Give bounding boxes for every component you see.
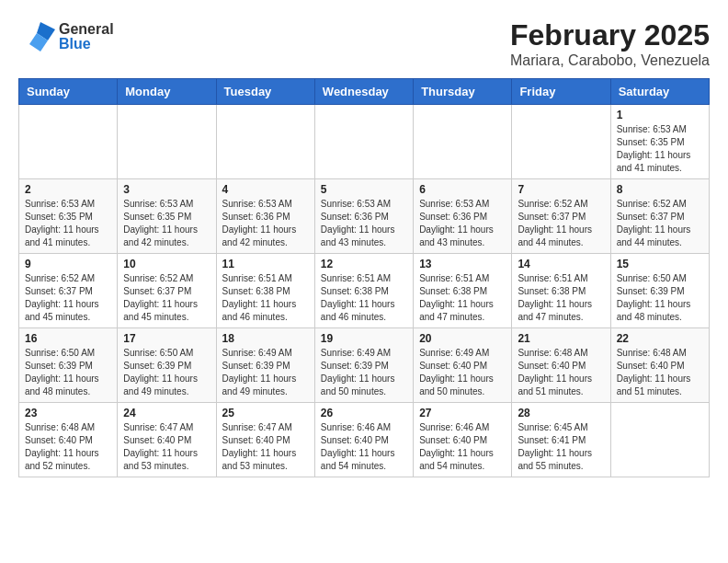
table-row: 1Sunrise: 6:53 AM Sunset: 6:35 PM Daylig… xyxy=(610,105,709,179)
day-info: Sunrise: 6:51 AM Sunset: 6:38 PM Dayligh… xyxy=(419,272,506,324)
day-number: 11 xyxy=(222,258,309,270)
table-row: 15Sunrise: 6:50 AM Sunset: 6:39 PM Dayli… xyxy=(610,254,709,328)
day-info: Sunrise: 6:50 AM Sunset: 6:39 PM Dayligh… xyxy=(617,272,703,324)
table-row: 25Sunrise: 6:47 AM Sunset: 6:40 PM Dayli… xyxy=(216,403,314,477)
table-row: 4Sunrise: 6:53 AM Sunset: 6:36 PM Daylig… xyxy=(216,179,314,254)
header-thursday: Thursday xyxy=(414,79,512,105)
day-info: Sunrise: 6:46 AM Sunset: 6:40 PM Dayligh… xyxy=(321,421,407,473)
table-row: 5Sunrise: 6:53 AM Sunset: 6:36 PM Daylig… xyxy=(314,179,413,254)
header-friday: Friday xyxy=(512,79,610,105)
day-info: Sunrise: 6:53 AM Sunset: 6:35 PM Dayligh… xyxy=(123,198,210,249)
table-row: 26Sunrise: 6:46 AM Sunset: 6:40 PM Dayli… xyxy=(314,403,413,477)
table-row xyxy=(216,105,314,179)
table-row: 11Sunrise: 6:51 AM Sunset: 6:38 PM Dayli… xyxy=(216,254,314,328)
header-monday: Monday xyxy=(118,79,216,105)
day-info: Sunrise: 6:52 AM Sunset: 6:37 PM Dayligh… xyxy=(25,272,111,324)
day-number: 10 xyxy=(123,258,210,270)
day-number: 6 xyxy=(419,183,506,196)
calendar-week-row: 16Sunrise: 6:50 AM Sunset: 6:39 PM Dayli… xyxy=(19,328,710,403)
table-row: 20Sunrise: 6:49 AM Sunset: 6:40 PM Dayli… xyxy=(414,328,512,403)
day-info: Sunrise: 6:51 AM Sunset: 6:38 PM Dayligh… xyxy=(518,272,604,324)
day-number: 13 xyxy=(419,258,506,270)
day-number: 26 xyxy=(321,407,407,419)
page-header: General Blue February 2025 Mariara, Cara… xyxy=(18,18,710,69)
logo-icon xyxy=(18,18,55,55)
day-info: Sunrise: 6:46 AM Sunset: 6:40 PM Dayligh… xyxy=(419,421,506,473)
table-row: 2Sunrise: 6:53 AM Sunset: 6:35 PM Daylig… xyxy=(19,179,118,254)
header-tuesday: Tuesday xyxy=(216,79,314,105)
logo-general: General xyxy=(59,22,114,37)
day-info: Sunrise: 6:49 AM Sunset: 6:40 PM Dayligh… xyxy=(419,347,506,398)
day-number: 1 xyxy=(617,109,703,121)
day-info: Sunrise: 6:50 AM Sunset: 6:39 PM Dayligh… xyxy=(25,347,111,398)
table-row: 14Sunrise: 6:51 AM Sunset: 6:38 PM Dayli… xyxy=(512,254,610,328)
day-number: 16 xyxy=(25,332,111,345)
day-number: 9 xyxy=(25,258,111,270)
calendar-week-row: 9Sunrise: 6:52 AM Sunset: 6:37 PM Daylig… xyxy=(19,254,710,328)
table-row: 10Sunrise: 6:52 AM Sunset: 6:37 PM Dayli… xyxy=(118,254,216,328)
day-number: 14 xyxy=(518,258,604,270)
day-number: 12 xyxy=(321,258,407,270)
day-number: 5 xyxy=(321,183,407,196)
table-row xyxy=(414,105,512,179)
header-saturday: Saturday xyxy=(610,79,709,105)
day-info: Sunrise: 6:48 AM Sunset: 6:40 PM Dayligh… xyxy=(25,421,111,473)
day-info: Sunrise: 6:53 AM Sunset: 6:36 PM Dayligh… xyxy=(321,198,407,249)
header-sunday: Sunday xyxy=(19,79,118,105)
day-info: Sunrise: 6:50 AM Sunset: 6:39 PM Dayligh… xyxy=(123,347,210,398)
day-info: Sunrise: 6:51 AM Sunset: 6:38 PM Dayligh… xyxy=(222,272,309,324)
table-row: 8Sunrise: 6:52 AM Sunset: 6:37 PM Daylig… xyxy=(610,179,709,254)
day-info: Sunrise: 6:47 AM Sunset: 6:40 PM Dayligh… xyxy=(123,421,210,473)
day-number: 23 xyxy=(25,407,111,419)
table-row xyxy=(512,105,610,179)
day-info: Sunrise: 6:53 AM Sunset: 6:36 PM Dayligh… xyxy=(419,198,506,249)
month-year-title: February 2025 xyxy=(510,18,710,52)
table-row xyxy=(314,105,413,179)
day-number: 3 xyxy=(123,183,210,196)
table-row: 18Sunrise: 6:49 AM Sunset: 6:39 PM Dayli… xyxy=(216,328,314,403)
table-row: 27Sunrise: 6:46 AM Sunset: 6:40 PM Dayli… xyxy=(414,403,512,477)
table-row: 23Sunrise: 6:48 AM Sunset: 6:40 PM Dayli… xyxy=(19,403,118,477)
day-number: 17 xyxy=(123,332,210,345)
logo-blue: Blue xyxy=(59,37,114,52)
day-info: Sunrise: 6:49 AM Sunset: 6:39 PM Dayligh… xyxy=(222,347,309,398)
day-number: 21 xyxy=(518,332,604,345)
day-number: 19 xyxy=(321,332,407,345)
day-number: 22 xyxy=(617,332,703,345)
day-info: Sunrise: 6:45 AM Sunset: 6:41 PM Dayligh… xyxy=(518,421,604,473)
table-row: 7Sunrise: 6:52 AM Sunset: 6:37 PM Daylig… xyxy=(512,179,610,254)
day-number: 15 xyxy=(617,258,703,270)
day-info: Sunrise: 6:48 AM Sunset: 6:40 PM Dayligh… xyxy=(617,347,703,398)
logo-words: General Blue xyxy=(59,22,114,52)
header-wednesday: Wednesday xyxy=(314,79,413,105)
logo: General Blue xyxy=(18,18,114,55)
calendar-week-row: 2Sunrise: 6:53 AM Sunset: 6:35 PM Daylig… xyxy=(19,179,710,254)
table-row: 16Sunrise: 6:50 AM Sunset: 6:39 PM Dayli… xyxy=(19,328,118,403)
day-info: Sunrise: 6:52 AM Sunset: 6:37 PM Dayligh… xyxy=(518,198,604,249)
day-info: Sunrise: 6:52 AM Sunset: 6:37 PM Dayligh… xyxy=(123,272,210,324)
calendar-table: Sunday Monday Tuesday Wednesday Thursday… xyxy=(18,78,710,477)
day-number: 8 xyxy=(617,183,703,196)
day-number: 7 xyxy=(518,183,604,196)
calendar-week-row: 23Sunrise: 6:48 AM Sunset: 6:40 PM Dayli… xyxy=(19,403,710,477)
table-row: 17Sunrise: 6:50 AM Sunset: 6:39 PM Dayli… xyxy=(118,328,216,403)
table-row: 28Sunrise: 6:45 AM Sunset: 6:41 PM Dayli… xyxy=(512,403,610,477)
table-row: 24Sunrise: 6:47 AM Sunset: 6:40 PM Dayli… xyxy=(118,403,216,477)
table-row: 6Sunrise: 6:53 AM Sunset: 6:36 PM Daylig… xyxy=(414,179,512,254)
day-number: 25 xyxy=(222,407,309,419)
day-number: 2 xyxy=(25,183,111,196)
location-subtitle: Mariara, Carabobo, Venezuela xyxy=(510,52,710,69)
day-number: 4 xyxy=(222,183,309,196)
calendar-header-row: Sunday Monday Tuesday Wednesday Thursday… xyxy=(19,79,710,105)
day-info: Sunrise: 6:48 AM Sunset: 6:40 PM Dayligh… xyxy=(518,347,604,398)
table-row: 12Sunrise: 6:51 AM Sunset: 6:38 PM Dayli… xyxy=(314,254,413,328)
day-info: Sunrise: 6:52 AM Sunset: 6:37 PM Dayligh… xyxy=(617,198,703,249)
day-number: 18 xyxy=(222,332,309,345)
day-number: 24 xyxy=(123,407,210,419)
day-number: 28 xyxy=(518,407,604,419)
table-row xyxy=(118,105,216,179)
day-info: Sunrise: 6:53 AM Sunset: 6:35 PM Dayligh… xyxy=(25,198,111,249)
table-row xyxy=(19,105,118,179)
day-number: 20 xyxy=(419,332,506,345)
table-row: 21Sunrise: 6:48 AM Sunset: 6:40 PM Dayli… xyxy=(512,328,610,403)
